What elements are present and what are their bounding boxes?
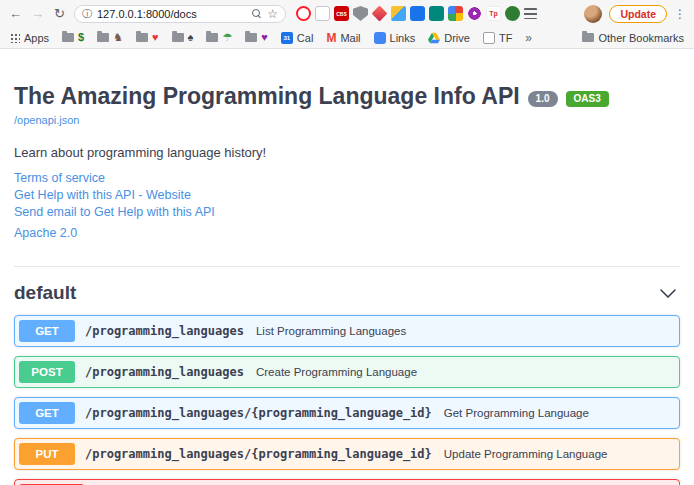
- endpoint-row-delete[interactable]: DELETE /programming_languages/{programmi…: [14, 479, 680, 485]
- help-email-link[interactable]: Send email to Get Help with this API: [14, 205, 215, 219]
- bookmarks-bar: Apps $ ♞ ♥ ♠ ☂ ♥ 31 Cal: [0, 27, 694, 49]
- api-description: Learn about programming language history…: [14, 145, 680, 160]
- page-title: The Amazing Programming Language Info AP…: [14, 83, 680, 110]
- diamond-extension-icon[interactable]: [372, 6, 388, 22]
- endpoint-path: /programming_languages: [85, 324, 244, 338]
- forward-button[interactable]: →: [30, 7, 45, 20]
- drive-icon: [428, 32, 440, 44]
- folder-icon: [62, 33, 74, 42]
- endpoint-summary: Get Programming Language: [444, 407, 589, 419]
- openapi-spec-link[interactable]: /openapi.json: [14, 114, 79, 126]
- bookmark-glyph: $: [78, 32, 84, 43]
- bookmark-label: Cal: [297, 32, 314, 44]
- endpoint-row-get-one[interactable]: GET /programming_languages/{programming_…: [14, 397, 680, 429]
- bookmark-tf[interactable]: TF: [483, 32, 512, 44]
- browser-window: ← → ↻ ⓘ 127.0.0.1:8000/docs ☆ CBS Tp: [0, 0, 694, 485]
- calendar-icon: 31: [281, 32, 293, 44]
- list-extension-icon[interactable]: [524, 8, 537, 19]
- endpoint-list: GET /programming_languages List Programm…: [14, 315, 680, 485]
- bookmark-mail[interactable]: M Mail: [326, 32, 360, 44]
- url-bar[interactable]: ⓘ 127.0.0.1:8000/docs ☆: [74, 5, 286, 23]
- folder-icon: [172, 33, 184, 42]
- bookmark-glyph: ♞: [113, 32, 123, 43]
- help-website-link[interactable]: Get Help with this API - Website: [14, 188, 191, 202]
- endpoint-path: /programming_languages/{programming_lang…: [85, 447, 432, 461]
- apps-grid-icon: [10, 33, 20, 43]
- reload-button[interactable]: ↻: [52, 7, 67, 20]
- tampermonkey-extension-icon[interactable]: Tp: [486, 6, 501, 21]
- update-button[interactable]: Update: [609, 5, 667, 23]
- pencil-extension-icon[interactable]: [391, 6, 406, 21]
- bookmark-label: TF: [499, 32, 512, 44]
- bookmark-star-icon[interactable]: ☆: [267, 8, 278, 20]
- gmail-icon: M: [326, 32, 336, 44]
- other-bookmarks[interactable]: Other Bookmarks: [582, 32, 684, 44]
- folder-icon: [136, 33, 148, 42]
- toolbar-right-cluster: Update ⋮: [584, 5, 686, 23]
- license-link[interactable]: Apache 2.0: [14, 226, 77, 240]
- endpoint-path: /programming_languages: [85, 365, 244, 379]
- bookmark-folder-1[interactable]: $: [62, 32, 84, 43]
- bookmark-label: Drive: [444, 32, 470, 44]
- site-info-icon[interactable]: ⓘ: [82, 9, 92, 19]
- apps-label: Apps: [24, 32, 49, 44]
- method-badge: PUT: [19, 443, 75, 465]
- section-title: default: [14, 282, 76, 304]
- browser-toolbar: ← → ↻ ⓘ 127.0.0.1:8000/docs ☆ CBS Tp: [0, 0, 694, 27]
- method-badge: GET: [19, 320, 75, 342]
- terms-of-service-link[interactable]: Terms of service: [14, 171, 105, 185]
- endpoint-summary: Create Programming Language: [256, 366, 417, 378]
- endpoint-path: /programming_languages/{programming_lang…: [85, 406, 432, 420]
- chevron-down-icon[interactable]: [660, 289, 676, 298]
- apps-shortcut[interactable]: Apps: [10, 32, 49, 44]
- cbs-extension-icon[interactable]: CBS: [334, 6, 349, 21]
- version-badge: 1.0: [528, 91, 558, 107]
- flower-extension-icon[interactable]: [467, 6, 482, 21]
- back-button[interactable]: ←: [8, 7, 23, 20]
- zoom-icon[interactable]: [252, 9, 262, 19]
- shield-extension-icon[interactable]: [353, 6, 368, 21]
- api-title-text: The Amazing Programming Language Info AP…: [14, 83, 520, 110]
- section-default-header[interactable]: default: [14, 267, 680, 315]
- pixel-grid-extension-icon[interactable]: [448, 6, 463, 21]
- other-bookmarks-label: Other Bookmarks: [598, 32, 684, 44]
- method-badge: GET: [19, 402, 75, 424]
- docs-extension-icon[interactable]: [410, 6, 425, 21]
- bookmark-folder-4[interactable]: ♠: [172, 32, 194, 43]
- bookmark-drive[interactable]: Drive: [428, 32, 470, 44]
- bookmark-folder-5[interactable]: ☂: [206, 32, 232, 43]
- profile-avatar[interactable]: [584, 5, 602, 23]
- bookmark-label: Mail: [340, 32, 360, 44]
- endpoint-summary: Update Programming Language: [444, 448, 608, 460]
- bookmark-folder-3[interactable]: ♥: [136, 32, 159, 43]
- url-text: 127.0.0.1:8000/docs: [97, 8, 247, 20]
- notes-extension-icon[interactable]: [315, 6, 330, 21]
- method-badge: POST: [19, 361, 75, 383]
- bookmark-cal[interactable]: 31 Cal: [281, 32, 314, 44]
- tf-icon: [483, 32, 495, 44]
- endpoint-row-get-list[interactable]: GET /programming_languages List Programm…: [14, 315, 680, 347]
- bookmark-glyph: ☂: [222, 32, 232, 43]
- bookmark-folder-2[interactable]: ♞: [97, 32, 123, 43]
- bookmark-label: Links: [390, 32, 416, 44]
- extensions-area: CBS Tp: [296, 6, 537, 21]
- endpoint-row-post-create[interactable]: POST /programming_languages Create Progr…: [14, 356, 680, 388]
- swagger-page: The Amazing Programming Language Info AP…: [0, 49, 694, 485]
- teal-extension-icon[interactable]: [429, 6, 444, 21]
- bookmark-glyph: ♠: [188, 32, 194, 43]
- endpoint-summary: List Programming Languages: [256, 325, 406, 337]
- green-extension-icon[interactable]: [505, 6, 520, 21]
- folder-icon: [97, 33, 109, 42]
- bookmark-folder-6[interactable]: ♥: [245, 32, 268, 43]
- endpoint-row-put-update[interactable]: PUT /programming_languages/{programming_…: [14, 438, 680, 470]
- links-icon: [374, 32, 386, 44]
- folder-icon: [245, 33, 257, 42]
- browser-menu-icon[interactable]: ⋮: [674, 8, 686, 20]
- opera-ring-extension-icon[interactable]: [296, 6, 311, 21]
- folder-icon: [206, 33, 218, 42]
- bookmarks-overflow-icon[interactable]: »: [525, 31, 532, 45]
- bookmark-glyph: ♥: [261, 32, 268, 43]
- bookmark-links[interactable]: Links: [374, 32, 416, 44]
- bookmark-glyph: ♥: [152, 32, 159, 43]
- oas3-badge: OAS3: [566, 91, 609, 107]
